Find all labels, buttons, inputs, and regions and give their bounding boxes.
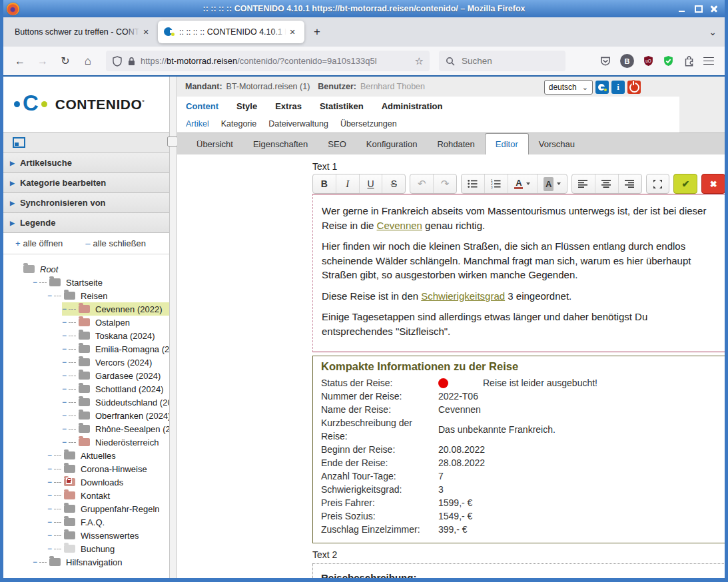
- frame-layout-icon[interactable]: [13, 137, 25, 148]
- text-color-button[interactable]: A: [508, 174, 538, 193]
- tree-item-gruppenfahr-regeln[interactable]: Gruppenfahr-Regeln: [3, 502, 169, 515]
- tab-close-icon[interactable]: [286, 26, 298, 38]
- window-maximize-button[interactable]: [693, 4, 703, 13]
- accordion-artikelsuche[interactable]: Artikelsuche: [3, 153, 169, 173]
- tree-item-niederoesterreich[interactable]: Niederösterreich: [3, 436, 169, 449]
- background-color-button[interactable]: A: [538, 174, 567, 193]
- browser-tab-buttons-schwer[interactable]: Buttons schwer zu treffen - CONTE: [9, 21, 158, 43]
- pocket-icon[interactable]: [599, 55, 611, 67]
- collapse-icon[interactable]: [47, 545, 54, 552]
- cevennen-link[interactable]: Cevennen: [377, 220, 422, 231]
- collapse-icon[interactable]: [62, 412, 69, 419]
- redo-button[interactable]: [434, 174, 456, 193]
- collapse-icon[interactable]: [62, 306, 69, 312]
- search-bar[interactable]: [439, 51, 565, 71]
- tree-item-hilfsnavigation[interactable]: Hilfsnavigation: [3, 555, 169, 569]
- tab-seo[interactable]: SEO: [318, 134, 356, 154]
- tree-item-ostalpen[interactable]: Ostalpen: [3, 316, 169, 329]
- accordion-synchronisieren-von[interactable]: Synchronisieren von: [3, 193, 169, 213]
- tree-item-sueddeutschland[interactable]: Süddeutschland (2024): [3, 396, 169, 409]
- tab-editor[interactable]: Editor: [485, 133, 529, 154]
- strikethrough-button[interactable]: S: [382, 174, 405, 193]
- tab-eigenschaften[interactable]: Eigenschaften: [243, 134, 318, 154]
- align-left-button[interactable]: [572, 174, 595, 193]
- url-text[interactable]: https://bt-motorrad.reisen/contenido/?co…: [141, 56, 410, 66]
- collapse-icon[interactable]: [33, 559, 39, 565]
- collapse-icon[interactable]: [62, 372, 69, 379]
- collapse-icon[interactable]: [47, 532, 54, 539]
- list-all-tabs-icon[interactable]: [709, 27, 717, 37]
- collapse-icon[interactable]: [62, 399, 69, 406]
- tree-item-vercors[interactable]: Vercors (2024): [3, 356, 169, 369]
- url-bar[interactable]: https://bt-motorrad.reisen/contenido/?co…: [106, 51, 430, 71]
- contenido-home-button[interactable]: [595, 81, 609, 94]
- close-all-link[interactable]: –alle schließen: [85, 238, 146, 248]
- reload-button[interactable]: [55, 51, 75, 71]
- collapse-icon[interactable]: [62, 346, 69, 352]
- tree-item-kontakt[interactable]: Kontakt: [3, 489, 169, 502]
- collapse-icon[interactable]: [47, 519, 54, 525]
- subnav-item-dateiverwaltung[interactable]: Dateiverwaltung: [268, 119, 328, 129]
- tab-close-icon[interactable]: [140, 26, 152, 38]
- bookmark-star-icon[interactable]: [415, 55, 424, 67]
- window-minimize-button[interactable]: [677, 4, 687, 13]
- tree-item-emilia-romagna[interactable]: Emilia-Romagna (2024): [3, 342, 169, 356]
- language-select[interactable]: deutsch: [544, 80, 593, 95]
- tree-item-downloads[interactable]: Downloads: [3, 475, 169, 489]
- tree-item-reisen[interactable]: Reisen: [3, 289, 169, 302]
- menu-hamburger-icon[interactable]: [703, 57, 714, 65]
- reisebeschreibung-box[interactable]: Reisebeschreibung:: [312, 563, 725, 578]
- ublock-shield-icon[interactable]: uO: [643, 55, 654, 67]
- collapse-icon[interactable]: [62, 439, 69, 445]
- browser-tab-contenido[interactable]: :: :: :: :: CONTENIDO 4.10.1 htt: [158, 21, 304, 43]
- tab-vorschau[interactable]: Vorschau: [529, 134, 585, 154]
- tree-item-startseite[interactable]: Startseite: [3, 276, 169, 289]
- tree-item-faq[interactable]: F.A.Q.: [3, 515, 169, 529]
- collapse-icon[interactable]: [47, 452, 54, 459]
- accordion-kategorie-bearbeiten[interactable]: Kategorie bearbeiten: [3, 173, 169, 193]
- window-close-button[interactable]: [709, 4, 719, 13]
- cancel-button[interactable]: [701, 174, 725, 194]
- subnav-item-uebersetzungen[interactable]: Übersetzungen: [340, 119, 397, 129]
- tree-item-wissenswertes[interactable]: Wissenswertes: [3, 529, 169, 542]
- logout-button[interactable]: [627, 81, 641, 94]
- fullscreen-button[interactable]: [647, 174, 669, 193]
- collapse-icon[interactable]: [62, 426, 69, 432]
- forward-button[interactable]: [33, 51, 53, 71]
- tab-rohdaten[interactable]: Rohdaten: [427, 134, 484, 154]
- collapse-icon[interactable]: [47, 492, 54, 499]
- home-button[interactable]: [78, 51, 98, 71]
- tree-item-corona-hinweise[interactable]: Corona-Hinweise: [3, 462, 169, 475]
- window-titlebar[interactable]: :: :: :: :: CONTENIDO 4.10.1 https://bt-…: [3, 0, 725, 17]
- collapse-icon[interactable]: [62, 386, 69, 392]
- italic-button[interactable]: I: [336, 174, 360, 193]
- align-center-button[interactable]: [595, 174, 619, 193]
- collapse-icon[interactable]: [33, 279, 39, 286]
- account-avatar[interactable]: B: [620, 54, 634, 68]
- numbered-list-button[interactable]: 123: [485, 174, 508, 193]
- shield-icon[interactable]: [112, 56, 123, 67]
- align-right-button[interactable]: [619, 174, 641, 193]
- collapse-icon[interactable]: [47, 292, 54, 299]
- collapse-icon[interactable]: [62, 359, 69, 366]
- save-button[interactable]: [673, 174, 697, 194]
- tree-item-root[interactable]: Root: [3, 262, 169, 276]
- sidebar-splitter[interactable]: [169, 77, 177, 578]
- collapse-icon[interactable]: [47, 465, 54, 472]
- underline-button[interactable]: U: [360, 174, 383, 193]
- tree-item-cevennen-selected[interactable]: Cevennen (2022): [3, 302, 169, 316]
- tab-konfiguration[interactable]: Konfiguration: [356, 134, 428, 154]
- accordion-legende[interactable]: Legende: [3, 213, 169, 233]
- tab-uebersicht[interactable]: Übersicht: [186, 134, 243, 154]
- nav-item-style[interactable]: Style: [236, 101, 257, 111]
- open-all-link[interactable]: +alle öffnen: [15, 238, 63, 248]
- tree-item-rhone-seealpen[interactable]: Rhône-Seealpen (2024): [3, 422, 169, 436]
- collapse-icon[interactable]: [62, 319, 69, 326]
- collapse-icon[interactable]: [47, 479, 54, 485]
- lock-icon[interactable]: [127, 57, 136, 66]
- back-button[interactable]: [10, 51, 30, 71]
- richtext-editable-area[interactable]: Wer gerne in Frankreich abseits vom Mass…: [312, 194, 725, 352]
- nav-item-content[interactable]: Content: [186, 101, 218, 111]
- schwierigkeitsgrad-link[interactable]: Schwierigkeitsgrad: [421, 290, 505, 302]
- collapse-icon[interactable]: [62, 332, 69, 339]
